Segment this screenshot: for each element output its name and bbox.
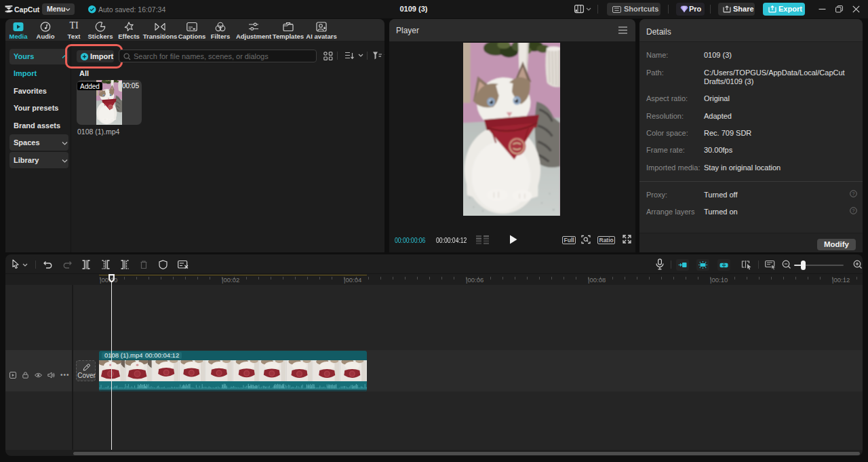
svg-text:?: ?	[852, 191, 855, 196]
svg-text:?: ?	[852, 208, 855, 213]
